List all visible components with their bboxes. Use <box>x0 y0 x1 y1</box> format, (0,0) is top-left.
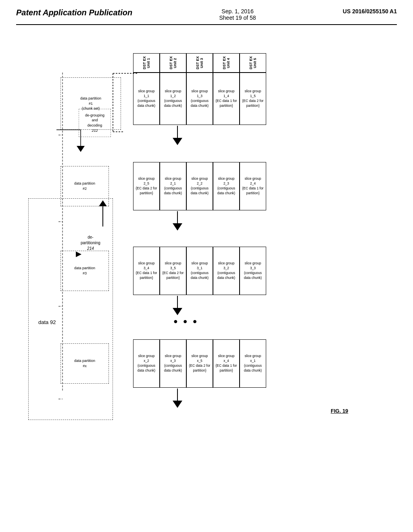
slice-x-1: slice groupx_2(contiguousdata chunk) <box>133 339 160 388</box>
slice-3-4: slice group3_2(contiguousdata chunk) <box>213 247 240 295</box>
partition-3-text: data partition#3 <box>74 266 95 276</box>
sheet-info: Sheet 19 of 58 <box>219 15 256 21</box>
slice-3-2: slice group3_5{EC data 2 forpartition} <box>160 247 186 295</box>
dst-unit-4-header: DST EX Unit 4 <box>213 53 240 73</box>
slice-1-2: slice group1_2(contiguousdata chunk) <box>160 73 186 125</box>
arrow-x <box>173 389 182 408</box>
slice-x-2: slice groupx_3(contiguousdata chunk) <box>160 339 186 388</box>
slice-x-4: slice groupx_4{EC data 1 forpartition} <box>213 339 240 388</box>
publication-date: Sep. 1, 2016 <box>221 8 253 15</box>
header-center: Sep. 1, 2016 Sheet 19 of 58 <box>219 8 256 21</box>
dst-unit-3-header: DST EX Unit 3 <box>186 53 213 73</box>
partition-3-slices: slice group3_4{EC data 1 forpartition} s… <box>133 247 266 295</box>
partition-x-slices: slice groupx_2(contiguousdata chunk) sli… <box>133 339 266 388</box>
slice-2-5: slice group2_4{EC data 1 forpartition} <box>240 162 266 210</box>
partition-1-label: data partition#1(chunk set) <box>60 77 121 130</box>
slice-2-3: slice group2_2(contiguousdata chunk) <box>186 162 213 210</box>
partition-2-slices: slice group2_5{EC data 2 forpartition} s… <box>133 162 266 210</box>
partition-2-label: data partition#2 <box>60 166 109 206</box>
arrow-2 <box>173 211 182 231</box>
arrow-3 <box>173 296 182 315</box>
diagram-area: data 92 de-partitioning214 de-groupingan… <box>16 37 399 501</box>
slice-x-3: slice groupx_5{EC data 2 forpartition} <box>186 339 213 388</box>
slice-1-5: slice group1_5{EC data 2 forpartition} <box>240 73 266 125</box>
dots-ellipsis: ● ● ● <box>173 317 199 326</box>
page: Patent Application Publication Sep. 1, 2… <box>0 0 413 532</box>
publication-title: Patent Application Publication <box>16 8 132 17</box>
fig-label: FIG. 19 <box>331 408 348 414</box>
dst-headers-row: DST EX Unit 1 DST EX Unit 2 DST EX Unit … <box>133 53 266 73</box>
dst-unit-1-header: DST EX Unit 1 <box>133 53 160 73</box>
slice-x-5: slice groupx_1(contiguousdata chunk) <box>240 339 266 388</box>
partition-1-text: data partition#1(chunk set) <box>80 96 101 111</box>
partition-2-text: data partition#2 <box>74 181 95 191</box>
slice-3-5: slice group3_3(contiguousdata chunk) <box>240 247 266 295</box>
patent-number: US 2016/0255150 A1 <box>343 8 397 15</box>
slice-2-4: slice group2_3(contiguousdata chunk) <box>213 162 240 210</box>
partition-x-text: data partition#x <box>74 358 95 368</box>
slice-2-1: slice group2_5{EC data 2 forpartition} <box>133 162 160 210</box>
svg-marker-12 <box>77 146 85 152</box>
slice-3-3: slice group3_1(contiguousdata chunk) <box>186 247 213 295</box>
partition-1-slices: slice group1_1(contiguousdata chunk) sli… <box>133 73 266 125</box>
connector-svg-1 <box>113 73 137 146</box>
partition-x-label: data partition#x <box>60 343 109 384</box>
degroup-to-depart-svg <box>56 126 105 150</box>
dst-unit-5-header: DST EX Unit 5 <box>240 53 266 73</box>
arrow-1 <box>173 126 182 145</box>
page-header: Patent Application Publication Sep. 1, 2… <box>16 8 397 25</box>
data-label: data 92 <box>38 319 56 325</box>
slice-1-3: slice group1_3(contiguousdata chunk) <box>186 73 213 125</box>
slice-3-1: slice group3_4{EC data 1 forpartition} <box>133 247 160 295</box>
main-connector-svg <box>58 73 67 395</box>
dst-unit-2-header: DST EX Unit 2 <box>160 53 186 73</box>
slice-1-4: slice group1_4{EC data 1 forpartition} <box>213 73 240 125</box>
slice-2-2: slice group2_1(contiguousdata chunk) <box>160 162 186 210</box>
partition-3-label: data partition#3 <box>60 251 109 291</box>
